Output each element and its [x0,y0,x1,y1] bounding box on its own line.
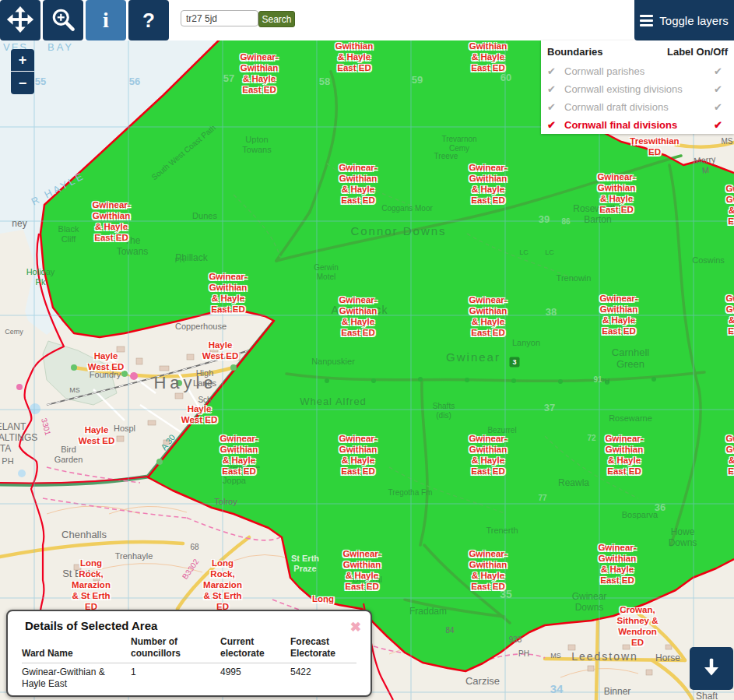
details-column-header: Ward Name [22,635,131,663]
label-toggle-check-icon[interactable]: ✔ [714,65,728,77]
layer-check-icon[interactable]: ✔ [547,101,561,113]
layer-check-icon[interactable]: ✔ [547,65,561,77]
pan-icon [5,5,35,37]
details-cell: 4995 [220,663,290,692]
close-icon[interactable]: ✖ [350,621,361,634]
layer-row[interactable]: ✔Cornwall existing divisions✔ [541,80,734,98]
details-table: Ward NameNumber of councillorsCurrent el… [22,635,356,691]
info-button[interactable]: i [86,0,126,40]
pan-button[interactable] [0,0,40,40]
help-icon: ? [142,9,155,33]
layer-check-icon[interactable]: ✔ [547,119,561,131]
layer-check-icon[interactable]: ✔ [547,83,561,95]
zoom-in-button[interactable]: + [11,49,34,72]
layers-panel-label-toggle-header: Label On/Off [667,46,728,58]
details-column-header: Current electorate [220,635,290,663]
toggle-layers-button[interactable]: Toggle layers [634,0,734,40]
layers-panel: Boundaries Label On/Off ✔Cornwall parish… [541,40,734,134]
layer-row[interactable]: ✔Cornwall final divisions✔ [541,116,734,134]
details-panel-title: Details of Selected Area [25,619,371,632]
layer-label[interactable]: Cornwall parishes [561,65,714,77]
label-toggle-check-icon[interactable]: ✔ [714,83,728,95]
toggle-layers-label: Toggle layers [659,14,728,27]
details-cell: 1 [131,663,220,692]
details-column-header: Number of councillors [131,635,220,663]
down-arrow-icon [700,656,723,681]
layer-label[interactable]: Cornwall existing divisions [561,83,714,95]
details-row: Gwinear-Gwithian & Hayle East149955422 [22,663,356,692]
zoom-out-button[interactable]: − [11,72,34,94]
layer-label[interactable]: Cornwall draft divisions [561,101,714,113]
search-button[interactable]: Search [258,11,295,27]
route-badge: 3 [510,357,520,368]
label-toggle-check-icon[interactable]: ✔ [714,119,728,131]
zoom-select-button[interactable] [43,0,83,40]
layers-panel-title: Boundaries [547,46,603,58]
info-icon: i [103,8,109,33]
magnifier-plus-icon [49,5,77,36]
details-cell: Gwinear-Gwithian & Hayle East [22,663,131,692]
layer-row[interactable]: ✔Cornwall parishes✔ [541,62,734,80]
label-toggle-check-icon[interactable]: ✔ [714,101,728,113]
details-panel: Details of Selected Area ✖ Ward NameNumb… [6,610,372,697]
details-cell: 5422 [290,663,356,692]
layer-label[interactable]: Cornwall final divisions [561,119,714,131]
zoom-control: + − [11,49,34,94]
details-column-header: Forecast Electorate [290,635,356,663]
layer-row[interactable]: ✔Cornwall draft divisions✔ [541,98,734,116]
pan-down-button[interactable] [690,647,733,690]
help-button[interactable]: ? [128,0,169,40]
search-input[interactable] [181,10,258,26]
hamburger-icon [640,15,653,26]
